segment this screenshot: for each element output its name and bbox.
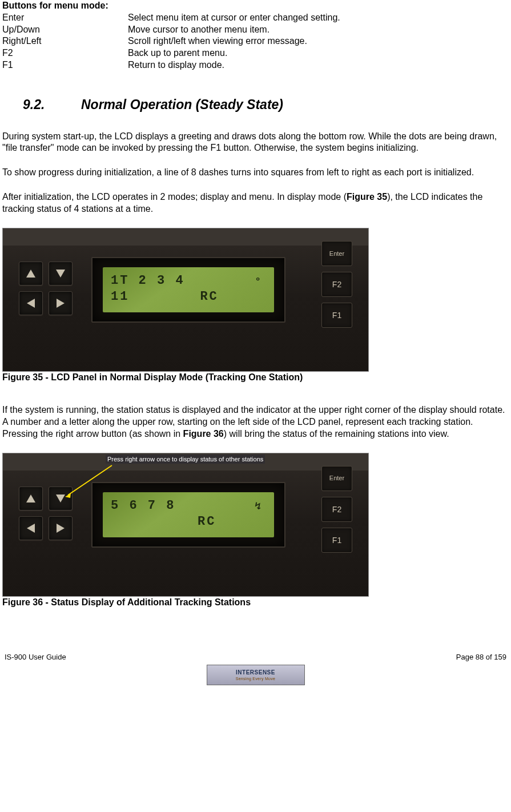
menu-mode-heading: Buttons for menu mode: bbox=[2, 0, 509, 12]
rotate-indicator-icon: ↯ bbox=[255, 500, 263, 513]
paragraph: After initialization, the LCD operates i… bbox=[2, 191, 509, 215]
arrow-pad bbox=[19, 262, 73, 315]
up-arrow-button bbox=[19, 262, 43, 286]
lcd-panel: 1T 2 3 4 11RC ° bbox=[91, 257, 285, 323]
menu-desc: Scroll right/left when viewing error mes… bbox=[128, 35, 509, 47]
menu-key: Right/Left bbox=[2, 35, 128, 47]
enter-button: Enter bbox=[321, 241, 352, 266]
figure-annotation: Press right arrow once to display status… bbox=[106, 455, 265, 464]
menu-key: F2 bbox=[2, 47, 128, 59]
lcd-panel: 5 6 7 8 RC ↯ bbox=[91, 482, 285, 548]
footer-doc-title: IS-900 User Guide bbox=[5, 653, 66, 662]
arrow-up-icon bbox=[26, 495, 35, 503]
f2-button: F2 bbox=[321, 497, 352, 522]
section-number: 9.2. bbox=[23, 97, 81, 114]
rotate-indicator-icon: ° bbox=[255, 275, 263, 288]
figure-36-caption: Figure 36 - Status Display of Additional… bbox=[2, 597, 509, 609]
figure-35-image: 1T 2 3 4 11RC ° Enter F2 F1 bbox=[2, 228, 369, 372]
lcd-line-2: 11RC bbox=[111, 289, 266, 305]
lcd-screen: 1T 2 3 4 11RC ° bbox=[103, 267, 274, 312]
menu-key: Enter bbox=[2, 12, 128, 24]
menu-row: Enter Select menu item at cursor or ente… bbox=[2, 12, 509, 24]
menu-row: Right/Left Scroll right/left when viewin… bbox=[2, 35, 509, 47]
paragraph: If the system is running, the station st… bbox=[2, 404, 509, 440]
menu-row: Up/Down Move cursor to another menu item… bbox=[2, 24, 509, 36]
left-arrow-button bbox=[19, 291, 43, 315]
arrow-up-icon bbox=[26, 270, 35, 278]
menu-desc: Back up to parent menu. bbox=[128, 47, 509, 59]
arrow-right-icon bbox=[57, 524, 65, 533]
right-arrow-button bbox=[49, 516, 73, 540]
down-arrow-button bbox=[49, 262, 73, 286]
menu-row: F1 Return to display mode. bbox=[2, 59, 509, 71]
intersense-logo: INTERSENSE Sensing Every Move bbox=[207, 665, 305, 685]
figure-35-caption: Figure 35 - LCD Panel in Normal Display … bbox=[2, 372, 509, 384]
function-buttons: Enter F2 F1 bbox=[321, 466, 351, 558]
menu-desc: Select menu item at cursor or enter chan… bbox=[128, 12, 509, 24]
menu-desc: Return to display mode. bbox=[128, 59, 509, 71]
right-arrow-button bbox=[49, 291, 73, 315]
f1-button: F1 bbox=[321, 303, 352, 328]
lcd-line-1: 5 6 7 8 bbox=[111, 498, 266, 514]
footer-page-number: Page 88 of 159 bbox=[456, 653, 506, 662]
logo-tagline: Sensing Every Move bbox=[236, 676, 276, 681]
figure-ref: Figure 35 bbox=[347, 192, 387, 202]
menu-desc: Move cursor to another menu item. bbox=[128, 24, 509, 36]
lcd-line-1: 1T 2 3 4 bbox=[111, 273, 266, 290]
arrow-down-icon bbox=[56, 270, 65, 278]
down-arrow-button bbox=[49, 487, 73, 510]
enter-button: Enter bbox=[321, 466, 352, 491]
text: After initialization, the LCD operates i… bbox=[2, 192, 347, 202]
lcd-line-2: RC bbox=[111, 514, 266, 530]
logo-text: INTERSENSE bbox=[236, 669, 275, 676]
figure-ref: Figure 36 bbox=[183, 429, 224, 439]
menu-key: F1 bbox=[2, 59, 128, 71]
paragraph: To show progress during initialization, … bbox=[2, 167, 509, 179]
arrow-left-icon bbox=[27, 524, 35, 533]
lcd-screen: 5 6 7 8 RC ↯ bbox=[103, 492, 274, 537]
menu-key: Up/Down bbox=[2, 24, 128, 36]
section-title: Normal Operation (Steady State) bbox=[81, 97, 283, 112]
arrow-pad bbox=[19, 487, 73, 540]
arrow-right-icon bbox=[57, 299, 65, 308]
arrow-down-icon bbox=[56, 495, 65, 503]
figure-36-image: Press right arrow once to display status… bbox=[2, 453, 369, 597]
arrow-left-icon bbox=[27, 299, 35, 308]
f1-button: F1 bbox=[321, 528, 352, 553]
text: ) will bring the status of the remaining… bbox=[224, 429, 449, 439]
paragraph: During system start-up, the LCD displays… bbox=[2, 131, 509, 155]
left-arrow-button bbox=[19, 516, 43, 540]
menu-row: F2 Back up to parent menu. bbox=[2, 47, 509, 59]
section-heading: 9.2.Normal Operation (Steady State) bbox=[2, 97, 509, 114]
f2-button: F2 bbox=[321, 272, 352, 297]
function-buttons: Enter F2 F1 bbox=[321, 241, 351, 333]
up-arrow-button bbox=[19, 487, 43, 510]
